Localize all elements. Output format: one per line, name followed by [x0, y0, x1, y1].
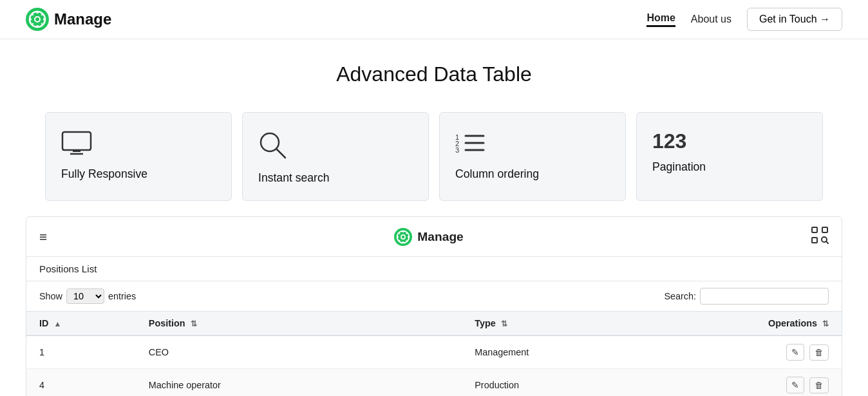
ordering-icon: 1 2 3 [455, 131, 610, 158]
cell-position: Machine operator [136, 369, 462, 397]
cell-type: Production [462, 369, 644, 397]
get-in-touch-button[interactable]: Get in Touch → [747, 8, 842, 31]
responsive-icon [61, 131, 216, 158]
feature-card-pagination: 123 Pagination [636, 112, 823, 201]
nav-about[interactable]: About us [691, 14, 731, 25]
page-title: Advanced Data Table [13, 62, 855, 86]
table-header-row: ID ▲ Position ⇅ Type ⇅ Operations ⇅ [26, 312, 842, 336]
hamburger-button[interactable]: ≡ [39, 229, 47, 245]
nav-home[interactable]: Home [646, 12, 675, 27]
search-input[interactable] [700, 288, 829, 305]
panel-brand-name: Manage [417, 230, 463, 244]
search-control: Search: [664, 288, 829, 305]
svg-rect-35 [822, 227, 827, 232]
svg-rect-34 [812, 227, 817, 232]
cell-id: 1 [26, 335, 136, 369]
cell-type: Management [462, 335, 644, 369]
svg-rect-11 [62, 132, 91, 150]
navbar: Manage Home About us Get in Touch → [0, 0, 868, 39]
search-label: Instant search [258, 171, 413, 185]
svg-line-38 [826, 241, 828, 243]
cell-operations: ✎ 🗑 [645, 369, 842, 397]
entries-select[interactable]: 10 25 50 100 [66, 288, 104, 304]
operations-sort-icon: ⇅ [822, 319, 829, 328]
brand-icon [26, 8, 49, 31]
search-label: Search: [664, 291, 696, 301]
svg-text:3: 3 [455, 146, 459, 154]
svg-rect-36 [812, 238, 817, 243]
col-operations[interactable]: Operations ⇅ [645, 312, 842, 336]
show-label: Show [39, 291, 62, 301]
panel-brand: Manage [394, 228, 463, 246]
col-position[interactable]: Position ⇅ [136, 312, 462, 336]
responsive-label: Fully Responsive [61, 167, 216, 181]
col-type[interactable]: Type ⇅ [462, 312, 644, 336]
table-row: 4 Machine operator Production ✎ 🗑 [26, 369, 842, 397]
edit-button[interactable]: ✎ [786, 377, 804, 393]
id-sort-icon: ▲ [53, 319, 61, 328]
edit-button[interactable]: ✎ [786, 344, 804, 361]
show-entries-control: Show 10 25 50 100 entries [39, 288, 136, 304]
feature-card-ordering: 1 2 3 Column ordering [439, 112, 626, 201]
panel-brand-icon [394, 228, 412, 246]
ordering-label: Column ordering [455, 167, 610, 181]
search-icon [258, 131, 413, 162]
positions-label: Positions List [26, 257, 842, 281]
svg-line-16 [277, 149, 285, 158]
svg-point-15 [261, 133, 279, 151]
table-row: 1 CEO Management ✎ 🗑 [26, 335, 842, 369]
feature-cards: Fully Responsive Instant search 1 2 3 Co… [0, 102, 868, 216]
hero-section: Advanced Data Table [0, 39, 868, 102]
feature-card-responsive: Fully Responsive [45, 112, 232, 201]
delete-button[interactable]: 🗑 [809, 344, 829, 361]
panel-header: ≡ Manage [26, 217, 842, 257]
scan-icon[interactable] [811, 226, 829, 247]
table-panel: ≡ Manage [26, 216, 842, 396]
pagination-icon: 123 [652, 131, 807, 151]
cell-operations: ✎ 🗑 [645, 335, 842, 369]
delete-button[interactable]: 🗑 [809, 377, 829, 393]
cell-id: 4 [26, 369, 136, 397]
positions-table: ID ▲ Position ⇅ Type ⇅ Operations ⇅ 1 [26, 311, 842, 396]
feature-card-search: Instant search [242, 112, 429, 201]
brand-logo[interactable]: Manage [26, 8, 111, 31]
position-sort-icon: ⇅ [191, 319, 197, 328]
entries-label: entries [108, 291, 136, 301]
table-controls: Show 10 25 50 100 entries Search: [26, 281, 842, 311]
nav-links: Home About us Get in Touch → [646, 8, 842, 31]
pagination-label: Pagination [652, 160, 807, 174]
col-id[interactable]: ID ▲ [26, 312, 136, 336]
brand-name: Manage [54, 10, 111, 28]
type-sort-icon: ⇅ [501, 319, 507, 328]
cell-position: CEO [136, 335, 462, 369]
